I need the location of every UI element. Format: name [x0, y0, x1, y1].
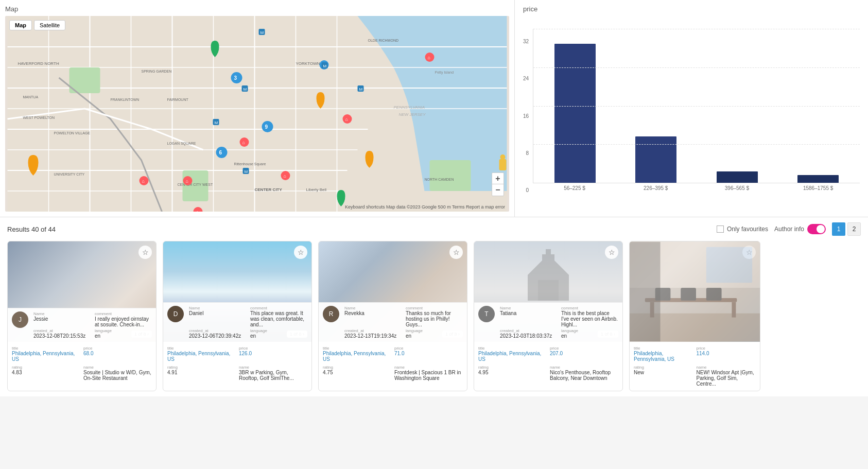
created-at-label-1: created_at	[33, 328, 91, 333]
listing-card-2[interactable]: ☆ 1 of 8 › D Name Daniel comment This	[163, 241, 312, 391]
created-at-3: 2023-12-13T19:19:34z	[344, 333, 402, 339]
page-btn-2[interactable]: 2	[847, 222, 861, 236]
created-at-label-4: created_at	[500, 328, 557, 333]
comment-label-3: comment	[406, 306, 463, 310]
review-section-2: D Name Daniel comment This place was gre…	[163, 302, 311, 342]
title-value-5: Philadelphia, Pennsylvania, US	[634, 351, 693, 362]
bar-group-4	[782, 175, 855, 183]
bar-1	[554, 44, 596, 183]
listing-card-4[interactable]: ☆ 1 of 8 › T Name Tatiana	[474, 241, 623, 391]
title-label-3: title	[323, 346, 391, 351]
zoom-in-button[interactable]: +	[492, 173, 504, 184]
svg-rect-85	[681, 288, 696, 301]
language-label-3: language	[406, 328, 463, 333]
svg-rect-88	[706, 247, 752, 283]
svg-text:YORKTOWN: YORKTOWN	[296, 61, 320, 66]
language-3: en	[406, 333, 463, 339]
svg-text:9: 9	[265, 124, 268, 130]
svg-text:UNIVERSITY CITY: UNIVERSITY CITY	[54, 172, 85, 176]
price-value-3: 71.0	[394, 351, 463, 356]
fav-button-3[interactable]: ☆	[449, 246, 463, 259]
map-tab-satellite[interactable]: Satellite	[34, 20, 65, 30]
name-label-1: Name	[33, 311, 91, 316]
page-btn-1[interactable]: 1	[832, 222, 845, 236]
reviewer-name-4: Tatiana	[500, 310, 557, 316]
author-info-toggle[interactable]	[807, 224, 826, 234]
price-label-4: price	[550, 346, 618, 351]
svg-text:M: M	[244, 87, 247, 92]
svg-text:MANTUA: MANTUA	[23, 95, 39, 99]
reviewer-name-3: Revekka	[344, 310, 402, 316]
rating-value-1: 4.83	[12, 370, 80, 375]
bar-4	[797, 175, 839, 183]
reviewer-avatar-4: T	[478, 306, 495, 322]
created-at-4: 2023-12-03T18:03:37z	[500, 333, 557, 339]
listing-card-1[interactable]: ☆ 1 of 8 › J Name Jessie comment I rea	[7, 241, 157, 391]
favourites-label: Only favourites	[727, 225, 768, 233]
svg-text:M: M	[323, 64, 327, 68]
created-at-label-2: created_at	[189, 328, 246, 333]
title-label-5: title	[634, 346, 693, 351]
y-label-16: 16	[523, 113, 529, 119]
listing-card-3[interactable]: ☆ 1 of 8 › R Name Revekka comment Than	[318, 241, 467, 391]
name-value-1: Sosuite | Studio w W/D, Gym, On-Site Res…	[83, 370, 152, 381]
card-image-3: ☆ 1 of 8 › R Name Revekka comment Than	[319, 241, 467, 342]
svg-text:WEST POWELTON: WEST POWELTON	[23, 116, 55, 119]
rating-label-5: rating	[634, 365, 693, 370]
language-1: en	[95, 333, 152, 339]
listing-card-5[interactable]: ☆	[629, 241, 760, 391]
price-label-5: price	[697, 346, 756, 351]
rating-label-1: rating	[12, 365, 80, 370]
map-footer: Keyboard shortcuts Map data ©2023 Google…	[345, 204, 505, 210]
fav-button-2[interactable]: ☆	[294, 246, 307, 259]
map-panel: Map	[0, 0, 515, 217]
svg-rect-86	[706, 288, 722, 301]
map-area[interactable]: HAVERFORD NORTH WEST POWELTON POWELTON V…	[5, 16, 509, 212]
comment-label-2: comment	[250, 306, 307, 310]
fav-button-4[interactable]: ☆	[605, 246, 618, 259]
map-tab-map[interactable]: Map	[9, 20, 32, 30]
bar-group-1	[539, 44, 611, 183]
author-info-control: Author info	[774, 224, 826, 234]
title-label-2: title	[167, 346, 236, 351]
title-label-1: title	[12, 346, 80, 351]
svg-rect-77	[546, 249, 551, 259]
svg-text:SPRING GARDEN: SPRING GARDEN	[142, 70, 172, 73]
rating-value-2: 4.91	[167, 370, 236, 375]
title-value-4: Philadelphia, Pennsylvania, US	[478, 351, 547, 362]
rating-label-4: rating	[478, 365, 547, 370]
svg-rect-19	[430, 160, 471, 191]
svg-text:M: M	[245, 169, 248, 174]
review-section-3: R Name Revekka comment Thanks so much fo…	[319, 302, 467, 342]
svg-text:⌂: ⌂	[242, 140, 245, 145]
zoom-out-button[interactable]: −	[492, 184, 504, 196]
y-label-24: 24	[523, 76, 529, 81]
card-info-4: title Philadelphia, Pennsylvania, US pri…	[474, 342, 622, 385]
card-image-1: ☆ 1 of 8 › J Name Jessie comment I rea	[8, 241, 156, 342]
name-value-label-1: name	[83, 365, 152, 370]
svg-text:OLDE RICHMOND: OLDE RICHMOND	[368, 39, 399, 42]
bar-label-2: 226–395 $	[619, 185, 692, 191]
language-2: en	[250, 333, 307, 339]
price-label-2: price	[239, 346, 307, 351]
name-value-3: Frontdesk | Spacious 1 BR in Washington …	[394, 370, 463, 381]
bar-group-2	[620, 136, 692, 183]
language-label-2: language	[250, 328, 307, 333]
svg-rect-89	[630, 242, 661, 341]
rating-label-2: rating	[167, 365, 236, 370]
svg-text:Liberty Bell: Liberty Bell	[306, 187, 327, 192]
favourites-checkbox[interactable]	[717, 225, 724, 233]
svg-text:M: M	[359, 87, 363, 92]
y-label-32: 32	[523, 39, 529, 44]
favourites-control[interactable]: Only favourites	[717, 225, 768, 233]
svg-text:FAIRMOUNT: FAIRMOUNT	[167, 98, 189, 101]
svg-text:Petty Island: Petty Island	[435, 71, 454, 75]
fav-button-1[interactable]: ☆	[138, 246, 152, 259]
svg-text:LOGAN SQUARE: LOGAN SQUARE	[167, 142, 196, 146]
created-at-1: 2023-12-08T20:15:53z	[33, 333, 91, 339]
price-value-4: 207.0	[550, 351, 618, 356]
y-label-0: 0	[523, 187, 529, 193]
bar-label-1: 56–225 $	[538, 185, 611, 191]
language-label-1: language	[95, 328, 152, 333]
results-section: Results 40 of 44 Only favourites Author …	[0, 217, 868, 396]
